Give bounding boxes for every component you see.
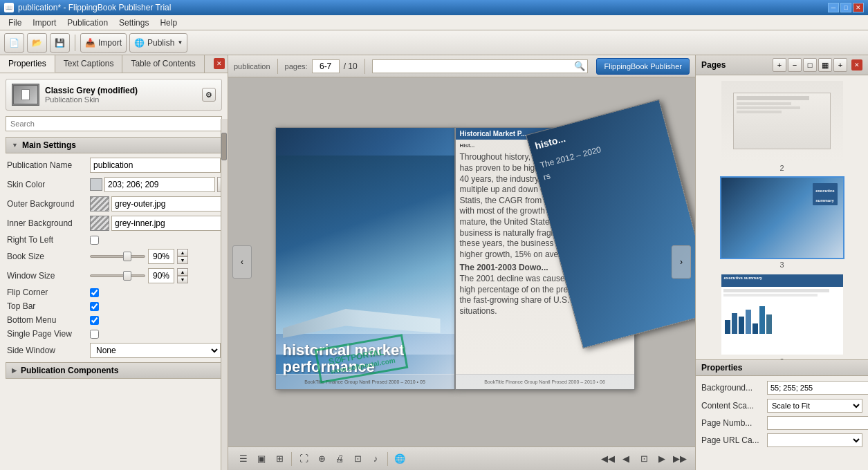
book-size-down[interactable]: ▼ — [177, 256, 188, 264]
last-page-button[interactable]: ▶▶ — [672, 451, 688, 467]
page-add2-button[interactable]: + — [833, 58, 847, 72]
brand-button[interactable]: FlippingBook Publisher — [596, 58, 690, 75]
window-size-thumb — [123, 271, 131, 281]
skin-gear-button[interactable]: ⚙ — [202, 88, 216, 102]
open-button[interactable]: 📂 — [27, 33, 47, 53]
book-size-slider[interactable] — [90, 255, 145, 258]
pages-label: pages: — [285, 62, 308, 70]
print-button[interactable]: 🖨 — [331, 451, 348, 467]
rtl-checkbox[interactable] — [90, 236, 99, 245]
top-bar-checkbox[interactable] — [90, 302, 99, 311]
zoom-in-button[interactable]: ⊕ — [313, 451, 330, 467]
tab-toc[interactable]: Table of Contents — [122, 55, 204, 73]
nav-next-button[interactable]: › — [672, 245, 691, 279]
import-button[interactable]: 📥 Import — [80, 33, 127, 53]
remove-page-button[interactable]: − — [788, 58, 802, 72]
window-size-slider[interactable] — [90, 274, 145, 277]
side-window-select[interactable]: None — [90, 343, 221, 358]
bottom-menu-label: Bottom Menu — [7, 315, 90, 325]
menu-help[interactable]: Help — [154, 17, 183, 29]
tab-properties[interactable]: Properties — [0, 55, 55, 73]
pages-input[interactable] — [312, 59, 340, 73]
prev-page-button[interactable]: ◀ — [618, 451, 634, 467]
tile-view-button[interactable]: ⊞ — [271, 451, 288, 467]
page-url-select[interactable] — [767, 433, 862, 447]
menu-file[interactable]: File — [3, 17, 27, 29]
outer-bg-value — [90, 196, 222, 212]
main-area: Properties Text Captions Table of Conten… — [0, 55, 868, 470]
publish-button[interactable]: 🌐 Publish ▼ — [129, 33, 187, 53]
menubar: File Import Publication Settings Help — [0, 15, 868, 30]
left-panel-scrollbar[interactable] — [221, 119, 228, 470]
audio-button[interactable]: ♪ — [367, 451, 384, 467]
book-size-up[interactable]: ▲ — [177, 249, 188, 256]
first-page-button[interactable]: ◀◀ — [600, 451, 616, 467]
left-panel: Properties Text Captions Table of Conten… — [0, 55, 228, 470]
page-view-button[interactable]: ▦ — [818, 58, 832, 72]
nav-prev-button[interactable]: ‹ — [232, 245, 252, 279]
publish-icon: 🌐 — [134, 38, 145, 48]
prop-side-window: Side Window None — [6, 343, 222, 358]
fit-button[interactable]: ⛶ — [295, 451, 312, 467]
page-thumb-button[interactable]: ⊡ — [636, 451, 652, 467]
menu-settings[interactable]: Settings — [113, 17, 154, 29]
bottom-menu-checkbox[interactable] — [90, 316, 99, 325]
window-size-down[interactable]: ▼ — [177, 276, 188, 283]
thumb-page3-content: executive summary — [721, 274, 843, 355]
menu-publication[interactable]: Publication — [62, 17, 113, 29]
window-size-up[interactable]: ▲ — [177, 268, 188, 276]
tab-text-captions[interactable]: Text Captions — [55, 55, 123, 73]
thumbnail-item[interactable]: 2 — [700, 79, 864, 172]
list-view-button[interactable]: ☰ — [235, 451, 252, 467]
flip-corner-checkbox[interactable] — [90, 288, 99, 297]
book-size-input[interactable] — [148, 249, 174, 264]
book-page-left: historical market performance BookTitle … — [275, 127, 455, 390]
main-settings-header[interactable]: ▼ Main Settings — [6, 137, 222, 153]
pages-close-button[interactable]: ✕ — [851, 59, 862, 70]
search-input[interactable] — [6, 116, 222, 131]
save-button[interactable]: 💾 — [50, 33, 70, 53]
thumb-label-1: 2 — [779, 164, 784, 172]
inner-bg-value — [90, 216, 222, 231]
skin-info: Classic Grey (modified) Publication Skin — [45, 86, 202, 104]
thumbnail-item[interactable]: executive summary — [700, 273, 864, 359]
thumb-page3-header: executive summary — [721, 274, 843, 287]
panel-close-button[interactable]: ✕ — [214, 58, 225, 69]
content-scale-select[interactable]: Scale to Fit — [767, 399, 862, 413]
download-button[interactable]: ⊡ — [349, 451, 366, 467]
outer-bg-input[interactable] — [111, 196, 222, 212]
thumbnail-item[interactable]: executivesummary historical marketperfor… — [700, 176, 864, 269]
add-page-button[interactable]: + — [773, 58, 786, 72]
pub-components-header[interactable]: ▶ Publication Components — [6, 362, 222, 379]
page-title: historical market performance — [283, 342, 447, 375]
single-page-checkbox[interactable] — [90, 330, 99, 339]
window-size-input[interactable] — [148, 268, 174, 283]
bg-input[interactable] — [767, 381, 868, 395]
page-url-value — [767, 433, 862, 447]
page-url-label: Page URL Ca... — [701, 435, 767, 445]
bottom-tools-right: ◀◀ ◀ ⊡ ▶ ▶▶ — [600, 451, 688, 467]
viewer-search-input[interactable] — [372, 59, 589, 73]
page-num-input[interactable] — [767, 416, 868, 430]
close-button[interactable]: ✕ — [853, 3, 864, 12]
skin-color-swatch[interactable] — [90, 178, 102, 191]
thumbnails-container: 2 executivesummary historical marketperf… — [696, 75, 868, 359]
minimize-button[interactable]: ─ — [828, 3, 839, 12]
pub-components-arrow: ▶ — [12, 367, 17, 374]
outer-bg-preview — [90, 196, 109, 212]
inner-bg-input[interactable] — [111, 216, 222, 231]
share-button[interactable]: 🌐 — [391, 451, 408, 467]
new-button[interactable]: 📄 — [4, 33, 24, 53]
prop-top-bar: Top Bar — [6, 301, 222, 311]
next-page-button[interactable]: ▶ — [654, 451, 670, 467]
skin-color-input[interactable] — [104, 177, 215, 192]
viewer-canvas: ‹ historical market performance BookT — [228, 77, 695, 446]
maximize-button[interactable]: □ — [840, 3, 851, 12]
grid-view-button[interactable]: ▣ — [253, 451, 270, 467]
page-options-button[interactable]: □ — [803, 58, 817, 72]
publish-dropdown-icon: ▼ — [177, 39, 183, 46]
menu-import[interactable]: Import — [27, 17, 62, 29]
prop-flip-corner: Flip Corner — [6, 288, 222, 297]
inner-bg-preview — [90, 216, 109, 231]
pub-name-input[interactable] — [90, 158, 221, 173]
